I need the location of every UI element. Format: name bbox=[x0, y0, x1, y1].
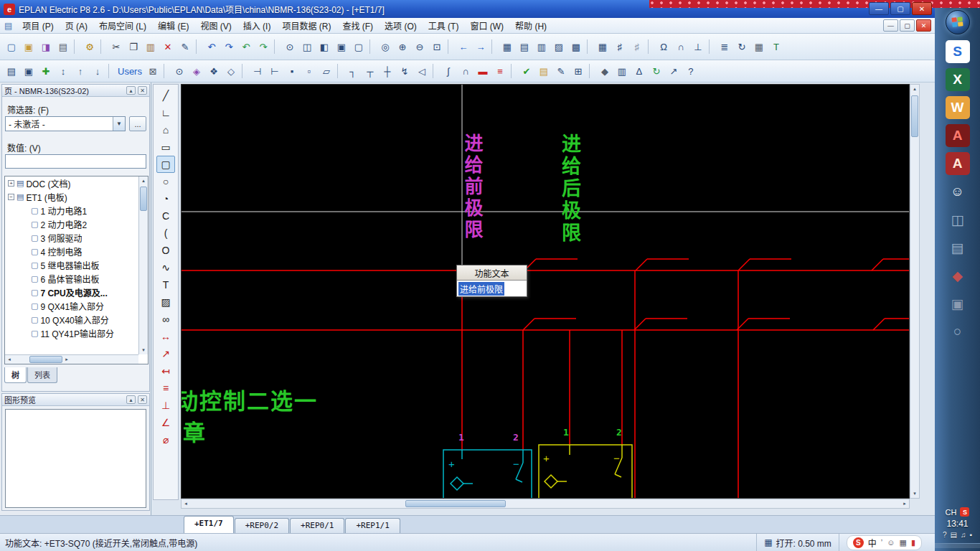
tree-item-1[interactable]: ▢ 1 动力电路1 bbox=[5, 204, 138, 217]
zoom-in-icon[interactable]: ⊕ bbox=[395, 39, 410, 55]
tree-item-11[interactable]: ▢ 11 QY41P输出部分 bbox=[5, 326, 138, 340]
sheet-tab-rep1-1[interactable]: +REP1/1 bbox=[345, 518, 400, 533]
part-icon[interactable]: ◆ bbox=[597, 63, 613, 79]
menu-insert[interactable]: 插入 (I) bbox=[237, 18, 277, 33]
text-icon[interactable]: T bbox=[156, 276, 175, 293]
chat-icon[interactable]: ☺ bbox=[946, 180, 970, 203]
tab-list[interactable]: 列表 bbox=[27, 367, 57, 383]
dimension-angle-icon[interactable]: ∠ bbox=[156, 414, 175, 431]
scroll-left-icon[interactable]: ◂ bbox=[182, 499, 190, 508]
page-properties-icon[interactable]: ▤ bbox=[4, 63, 19, 79]
language-indicator[interactable]: CH bbox=[946, 508, 957, 517]
excel-icon[interactable]: X bbox=[946, 68, 970, 91]
menu-edit[interactable]: 编辑 (E) bbox=[152, 18, 194, 33]
menu-window[interactable]: 窗口 (W) bbox=[464, 18, 509, 33]
page-navigator-icon[interactable]: ▣ bbox=[21, 63, 37, 79]
window-split-icon[interactable]: ◧ bbox=[316, 39, 332, 55]
clock[interactable]: 13:41 bbox=[946, 519, 968, 529]
polyline-icon[interactable]: ∟ bbox=[156, 104, 175, 121]
minimize-button[interactable]: — bbox=[869, 2, 889, 15]
show-desktop-button[interactable] bbox=[935, 543, 980, 548]
scroll-down-icon[interactable]: ▾ bbox=[910, 489, 919, 498]
structure-box-icon[interactable]: ▱ bbox=[319, 63, 334, 79]
macro-box-icon[interactable]: ◈ bbox=[189, 63, 204, 79]
polygon-icon[interactable]: ⌂ bbox=[156, 121, 175, 138]
annotation-control-selection[interactable]: 动控制二选一 bbox=[181, 383, 318, 415]
cable-definition-icon[interactable]: ∫ bbox=[440, 63, 456, 79]
device-data-icon[interactable]: ⊞ bbox=[570, 63, 586, 79]
terminal-strip-icon[interactable]: ⊣ bbox=[250, 63, 265, 79]
page-back-icon[interactable]: ← bbox=[456, 39, 471, 55]
tree-item-5[interactable]: ▢ 5 继电器输出板 bbox=[5, 258, 138, 272]
sogou-input-icon[interactable]: S bbox=[946, 40, 970, 63]
chevron-down-icon[interactable]: ▼ bbox=[113, 117, 125, 131]
hyperlink-icon[interactable]: ∞ bbox=[156, 311, 175, 328]
tree-item-4[interactable]: ▢ 4 控制电路 bbox=[5, 245, 138, 258]
snap-on-icon[interactable]: ♯ bbox=[612, 39, 628, 55]
circle-sector-icon[interactable]: ◔ bbox=[156, 190, 175, 207]
folder-tray-icon[interactable]: ▤ bbox=[951, 531, 957, 539]
menu-tools[interactable]: 工具 (T) bbox=[423, 18, 465, 33]
annotation-chapter[interactable]: 章 bbox=[183, 415, 205, 447]
scroll-left-icon[interactable]: ◂ bbox=[5, 355, 14, 364]
shield-icon[interactable]: ∩ bbox=[458, 63, 473, 79]
scroll-right-icon[interactable]: ▸ bbox=[900, 499, 909, 508]
panel-close-button[interactable]: ✕ bbox=[138, 395, 147, 404]
close-button[interactable]: ✕ bbox=[912, 2, 932, 15]
check-project-icon[interactable]: ✔ bbox=[519, 63, 534, 79]
tree-expander[interactable] bbox=[22, 276, 29, 282]
arc-3point-icon[interactable]: ( bbox=[156, 225, 175, 242]
panel-pin-button[interactable]: ▴ bbox=[126, 86, 136, 95]
text-editor-icon[interactable]: T bbox=[768, 39, 784, 55]
tree-expander[interactable] bbox=[22, 207, 29, 214]
plc-box-icon[interactable]: ▫ bbox=[301, 63, 317, 79]
tree-item-3[interactable]: ▢ 3 伺服驱动 bbox=[5, 231, 138, 245]
menu-project-data[interactable]: 项目数据 (R) bbox=[276, 18, 336, 33]
connection-corner-icon[interactable]: ┐ bbox=[345, 63, 361, 79]
new-page-icon[interactable]: ▢ bbox=[4, 39, 19, 55]
ime-emoji-icon[interactable]: ☺ bbox=[887, 538, 895, 547]
filter-browse-button[interactable]: ... bbox=[129, 116, 146, 131]
image-icon[interactable]: ▨ bbox=[156, 293, 175, 311]
line-icon[interactable]: ╱ bbox=[156, 87, 175, 104]
menu-help[interactable]: 帮助 (H) bbox=[509, 18, 552, 33]
dimension-continued-icon[interactable]: ↗ bbox=[156, 345, 175, 362]
filter-up-icon[interactable]: ↑ bbox=[72, 63, 88, 79]
graphic-preview-icon[interactable]: ◫ bbox=[299, 39, 315, 55]
tree-expander[interactable]: − bbox=[8, 194, 14, 200]
t-node-icon[interactable]: ┬ bbox=[362, 63, 378, 79]
mdi-minimize-button[interactable]: — bbox=[883, 19, 898, 32]
app-gray-4-icon[interactable]: ○ bbox=[946, 320, 970, 343]
tree-item-6[interactable]: ▢ 6 晶体管输出板 bbox=[5, 272, 138, 286]
dimension-increment-icon[interactable]: ≡ bbox=[156, 380, 175, 397]
page-macro-2-icon[interactable]: ◇ bbox=[223, 63, 239, 79]
print-icon[interactable]: ▤ bbox=[55, 39, 71, 55]
scroll-down-icon[interactable]: ▾ bbox=[139, 346, 148, 354]
open-project-icon[interactable]: ▣ bbox=[21, 39, 37, 55]
menu-page[interactable]: 页 (A) bbox=[60, 18, 93, 33]
undo-icon[interactable]: ↶ bbox=[204, 39, 220, 55]
message-management-icon[interactable]: ▤ bbox=[536, 63, 552, 79]
grid-2-icon[interactable]: ▤ bbox=[517, 39, 532, 55]
cross-node-icon[interactable]: ┼ bbox=[380, 63, 395, 79]
tree-expander[interactable] bbox=[22, 289, 29, 296]
revision-icon[interactable]: Δ bbox=[631, 63, 647, 79]
maximize-button[interactable]: ▢ bbox=[890, 2, 910, 15]
value-input[interactable] bbox=[5, 154, 146, 169]
autocad-icon[interactable]: A bbox=[946, 124, 970, 147]
tab-tree[interactable]: 树 bbox=[4, 367, 27, 383]
dimension-icon[interactable]: ↔ bbox=[156, 328, 175, 345]
lock-icon[interactable]: ⊠ bbox=[145, 63, 161, 79]
annotation-feed-front-limit[interactable]: 进给前极限 bbox=[463, 133, 481, 241]
annotation-feed-rear-limit[interactable]: 进给后极限 bbox=[560, 133, 579, 245]
grid-4-icon[interactable]: ▨ bbox=[551, 39, 567, 55]
canvas-vertical-scrollbar[interactable]: ▴ ▾ bbox=[910, 84, 920, 499]
ime-language-toggle[interactable]: 中 bbox=[868, 537, 877, 549]
sogou-tray-icon[interactable]: S bbox=[960, 507, 969, 517]
page-macro-icon[interactable]: ◨ bbox=[38, 39, 54, 55]
ime-keyboard-icon[interactable]: ▦ bbox=[900, 538, 907, 547]
scrollbar-thumb[interactable] bbox=[29, 356, 62, 363]
menu-view[interactable]: 视图 (V) bbox=[194, 18, 237, 33]
spline-icon[interactable]: ∿ bbox=[156, 259, 175, 276]
function-text-input[interactable]: 进给前极限 bbox=[457, 281, 527, 296]
